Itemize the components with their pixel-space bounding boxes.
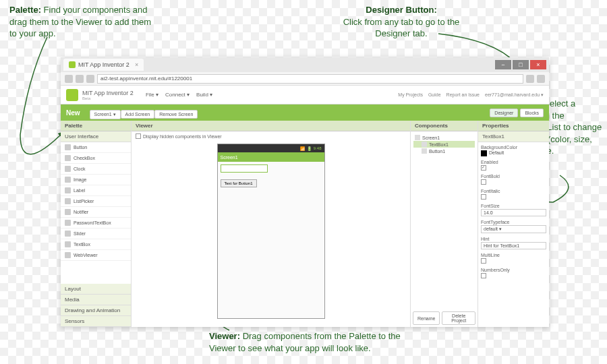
header-link[interactable]: eer771@mail.harvard.edu ▾ xyxy=(485,92,544,98)
palette-section-ui[interactable]: User Interface xyxy=(61,131,131,142)
palette-section[interactable]: Layout xyxy=(61,284,131,295)
phone-statusbar: 📶 🔋 9:48 xyxy=(218,144,324,152)
property-row: HintHint for TextBox1 xyxy=(481,237,546,249)
header-link[interactable]: Guide xyxy=(428,92,441,98)
component-icon xyxy=(65,241,71,247)
property-row: NumbersOnly xyxy=(481,268,546,279)
palette-item[interactable]: Button xyxy=(61,142,131,153)
header-link[interactable]: My Projects xyxy=(398,92,423,98)
property-input[interactable]: 14.0 xyxy=(481,209,546,216)
reload-icon[interactable] xyxy=(86,75,94,83)
component-tree: Screen1TextBox1Button1 xyxy=(411,131,478,309)
palette-item[interactable]: Label xyxy=(61,185,131,196)
header-link[interactable]: Report an Issue xyxy=(446,92,480,98)
property-row: MultiLine xyxy=(481,253,546,264)
app-title: MIT App Inventor 2 xyxy=(82,90,134,96)
close-tab-icon[interactable]: × xyxy=(135,61,138,68)
palette-item[interactable]: WebViewer xyxy=(61,250,131,261)
property-checkbox[interactable] xyxy=(481,258,486,264)
maximize-icon[interactable]: □ xyxy=(513,60,529,69)
textbox-preview[interactable] xyxy=(221,164,268,173)
menu-item[interactable]: Connect ▾ xyxy=(165,92,190,98)
toolbar-button[interactable]: Add Screen xyxy=(121,110,155,119)
property-checkbox[interactable] xyxy=(481,273,486,278)
component-action-button[interactable]: Rename xyxy=(413,311,440,325)
status-time: 9:48 xyxy=(314,146,322,150)
bookmark-icon[interactable] xyxy=(526,75,534,83)
property-input[interactable]: Hint for TextBox1 xyxy=(481,242,546,249)
blocks-button[interactable]: Blocks xyxy=(520,109,544,117)
palette-header: Palette xyxy=(61,121,131,131)
component-icon xyxy=(65,198,71,204)
phone-preview[interactable]: 📶 🔋 9:48 Screen1 Text for Button1 xyxy=(217,144,325,319)
signal-icon: 📶 xyxy=(300,146,305,151)
palette-section[interactable]: Drawing and Animation xyxy=(61,305,131,316)
browser-window: MIT App Inventor 2 × − □ × ai2-test.appi… xyxy=(61,57,549,327)
property-row: FontBold xyxy=(481,174,546,185)
properties-list: BackgroundColorDefaultEnabledFontBoldFon… xyxy=(478,142,549,327)
forward-icon[interactable] xyxy=(76,75,84,83)
display-hidden-checkbox[interactable]: Display hidden components in Viewer xyxy=(132,131,410,141)
property-color[interactable]: Default xyxy=(481,150,546,156)
tree-node[interactable]: TextBox1 xyxy=(413,141,475,148)
tree-icon xyxy=(422,142,427,147)
url-input[interactable]: ai2-test.appinventor.mit.edu/#1220001 xyxy=(97,74,523,84)
property-name: FontSize xyxy=(481,204,546,208)
property-checkbox[interactable] xyxy=(481,179,486,185)
property-row: FontTypefacedefault ▾ xyxy=(481,220,546,233)
palette-item[interactable]: Slider xyxy=(61,229,131,239)
main-area: Palette User Interface ButtonCheckBoxClo… xyxy=(61,121,549,327)
palette-item[interactable]: ListPicker xyxy=(61,196,131,207)
viewer-header: Viewer xyxy=(132,121,410,131)
component-icon xyxy=(65,231,71,237)
button-preview[interactable]: Text for Button1 xyxy=(221,179,257,187)
palette-item[interactable]: Image xyxy=(61,175,131,185)
tree-node[interactable]: Screen1 xyxy=(413,134,475,141)
back-icon[interactable] xyxy=(65,75,73,83)
toolbar-button[interactable]: Remove Screen xyxy=(154,110,198,119)
properties-panel: Properties TextBox1 BackgroundColorDefau… xyxy=(478,121,549,327)
menu-item[interactable]: File ▾ xyxy=(146,92,158,98)
palette-item[interactable]: Clock xyxy=(61,164,131,175)
property-name: Hint xyxy=(481,237,546,241)
menu-item[interactable]: Build ▾ xyxy=(196,92,212,98)
property-input[interactable]: default ▾ xyxy=(481,225,546,233)
palette-item[interactable]: CheckBox xyxy=(61,153,131,164)
browser-tabbar: MIT App Inventor 2 × − □ × xyxy=(61,57,549,72)
component-action-button[interactable]: Delete Project xyxy=(442,311,475,325)
toolbar-button[interactable]: Screen1 ▾ xyxy=(90,110,121,119)
palette-item[interactable]: TextBox xyxy=(61,239,131,250)
property-checkbox[interactable] xyxy=(481,165,486,171)
tree-icon xyxy=(415,135,420,140)
minimize-icon[interactable]: − xyxy=(495,60,511,69)
palette-item[interactable]: Notifier xyxy=(61,207,131,218)
property-name: Enabled xyxy=(481,160,546,164)
properties-header: Properties xyxy=(478,121,549,131)
app-subtitle: Beta xyxy=(82,96,134,100)
phone-body[interactable]: Text for Button1 xyxy=(218,162,324,318)
component-icon xyxy=(65,166,71,172)
menu-icon[interactable] xyxy=(537,75,545,83)
viewer-annotation: Viewer: Drag components from the Palette… xyxy=(209,330,411,354)
palette-section[interactable]: Sensors xyxy=(61,316,131,327)
palette-annotation: Palette: Find your components and drag t… xyxy=(9,4,158,40)
palette-item[interactable]: PasswordTextBox xyxy=(61,218,131,229)
component-icon xyxy=(65,177,71,183)
component-icon xyxy=(65,209,71,215)
designer-button[interactable]: Designer xyxy=(490,109,518,117)
tree-node[interactable]: Button1 xyxy=(413,148,475,154)
favicon-icon xyxy=(69,61,76,68)
property-name: FontTypeface xyxy=(481,220,546,224)
component-icon xyxy=(65,155,71,161)
palette-section[interactable]: Media xyxy=(61,295,131,305)
properties-component-name: TextBox1 xyxy=(478,131,549,142)
property-checkbox[interactable] xyxy=(481,194,486,200)
component-icon xyxy=(65,144,71,150)
tree-icon xyxy=(422,148,427,154)
app-header: MIT App Inventor 2 Beta File ▾Connect ▾B… xyxy=(61,86,549,104)
project-name: New xyxy=(66,109,80,117)
palette-panel: Palette User Interface ButtonCheckBoxClo… xyxy=(61,121,132,327)
browser-tab[interactable]: MIT App Inventor 2 × xyxy=(63,59,144,71)
close-icon[interactable]: × xyxy=(530,60,546,69)
checkbox-icon xyxy=(136,133,141,139)
